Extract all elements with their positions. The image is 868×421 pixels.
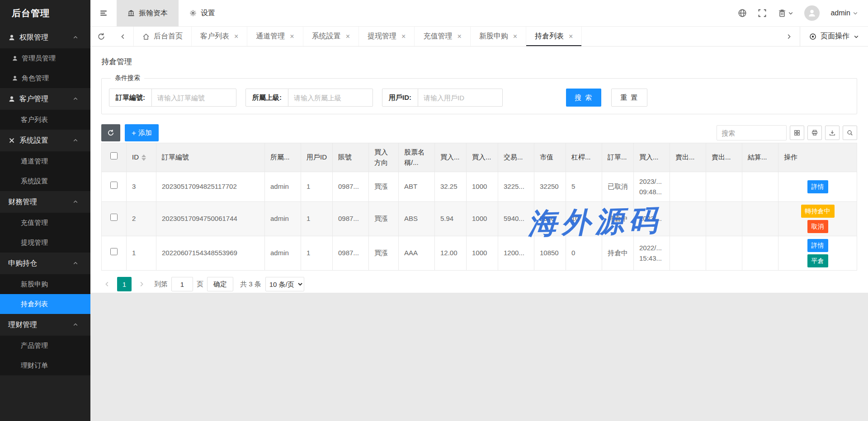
table-cell: 32.25 bbox=[435, 172, 467, 202]
next-page-button[interactable] bbox=[136, 277, 147, 291]
close-tab-icon[interactable]: × bbox=[346, 33, 350, 40]
sidebar-section-1[interactable]: 客户管理 bbox=[0, 88, 90, 110]
table-search-input[interactable] bbox=[717, 125, 787, 140]
menu-toggle-button[interactable] bbox=[90, 0, 117, 27]
goto-confirm-button[interactable]: 确定 bbox=[207, 277, 233, 291]
user-menu[interactable]: admin bbox=[830, 9, 858, 17]
op-button-平倉[interactable]: 平倉 bbox=[807, 254, 828, 267]
reset-button[interactable]: 重 置 bbox=[611, 89, 647, 107]
page-tab[interactable]: 客户列表× bbox=[192, 27, 247, 46]
topbar-tab[interactable]: 振翰资本 bbox=[117, 0, 179, 27]
sidebar-section-label: 理财管理 bbox=[8, 320, 73, 330]
sidebar-item[interactable]: 系统設置 bbox=[0, 171, 90, 191]
page-tab[interactable]: 持倉列表× bbox=[526, 27, 582, 46]
chevron-up-icon bbox=[73, 96, 78, 102]
sidebar-section-5[interactable]: 理财管理 bbox=[0, 314, 90, 336]
search-field-label: 所屬上級: bbox=[246, 89, 288, 106]
sidebar-item[interactable]: 理财订单 bbox=[0, 356, 90, 375]
page-size-select[interactable]: 10 条/页 bbox=[265, 277, 304, 291]
refresh-tabs-button[interactable] bbox=[90, 27, 112, 46]
page-tab-label: 充值管理 bbox=[423, 32, 452, 41]
page-number-button[interactable]: 1 bbox=[117, 277, 132, 291]
sidebar-item[interactable]: 持倉列表 bbox=[0, 294, 90, 314]
avatar[interactable] bbox=[804, 5, 820, 21]
page-operations-dropdown[interactable]: 页面操作 bbox=[800, 27, 868, 46]
op-button-詳情[interactable]: 詳情 bbox=[807, 239, 828, 252]
close-tab-icon[interactable]: × bbox=[234, 33, 238, 40]
chevron-left-icon bbox=[120, 33, 126, 40]
page-tab[interactable]: 系统設置× bbox=[303, 27, 359, 46]
prev-page-button[interactable] bbox=[101, 277, 113, 291]
search-field-input[interactable] bbox=[418, 89, 502, 106]
sort-toggle[interactable] bbox=[142, 154, 146, 161]
sidebar: 后台管理 权限管理管理员管理角色管理客户管理客户列表系统設置通道管理系统設置财務… bbox=[0, 0, 90, 421]
sidebar-item-label: 通道管理 bbox=[21, 157, 48, 166]
sidebar-item[interactable]: 通道管理 bbox=[0, 151, 90, 171]
sidebar-item[interactable]: 角色管理 bbox=[0, 68, 90, 88]
row-checkbox[interactable] bbox=[110, 248, 118, 255]
sidebar-item[interactable]: 客户列表 bbox=[0, 110, 90, 130]
sidebar-item[interactable]: 充值管理 bbox=[0, 213, 90, 233]
close-tab-icon[interactable]: × bbox=[513, 33, 517, 40]
column-header: 杠桿... bbox=[566, 143, 602, 172]
table-cell: 20230517094750061744 bbox=[156, 202, 265, 236]
table-cell: 1 bbox=[301, 202, 333, 236]
row-checkbox[interactable] bbox=[110, 214, 118, 221]
table-cell bbox=[670, 236, 706, 271]
topbar-tab[interactable]: 设置 bbox=[179, 0, 226, 27]
goto-page-input[interactable] bbox=[171, 277, 193, 291]
op-button-取消[interactable]: 取消 bbox=[807, 220, 828, 233]
close-tab-icon[interactable]: × bbox=[290, 33, 294, 40]
sidebar-submenu: 新股申购持倉列表 bbox=[0, 274, 90, 314]
clear-cache-button[interactable] bbox=[778, 9, 793, 18]
sidebar-item[interactable]: 提现管理 bbox=[0, 233, 90, 253]
topbar-tab-label: 振翰资本 bbox=[139, 9, 168, 18]
page-tab[interactable]: 新股申购× bbox=[471, 27, 526, 46]
search-field-input[interactable] bbox=[152, 89, 236, 106]
export-button[interactable] bbox=[825, 126, 840, 140]
tabbar: 后台首页客户列表×通道管理×系统設置×提现管理×充值管理×新股申购×持倉列表× … bbox=[90, 27, 868, 47]
search-zoom-button[interactable] bbox=[843, 126, 857, 140]
page-tab[interactable]: 通道管理× bbox=[247, 27, 303, 46]
user-icon bbox=[8, 34, 15, 41]
search-button[interactable]: 搜 索 bbox=[566, 89, 601, 107]
scroll-tabs-left-button[interactable] bbox=[112, 27, 134, 46]
column-header: 操作 bbox=[778, 143, 857, 172]
table-cell: 10 bbox=[566, 202, 602, 236]
table-row: 120220607154348553969admin10987...買漲AAA1… bbox=[102, 236, 857, 271]
print-button[interactable] bbox=[807, 126, 822, 140]
op-button-轉持倉中[interactable]: 轉持倉中 bbox=[801, 205, 835, 218]
page-tab[interactable]: 后台首页 bbox=[134, 27, 192, 46]
sidebar-item[interactable]: 产品管理 bbox=[0, 336, 90, 356]
sidebar-section-2[interactable]: 系统設置 bbox=[0, 130, 90, 151]
select-all-checkbox[interactable] bbox=[110, 152, 118, 159]
main-area: 振翰资本设置 admin bbox=[90, 0, 868, 293]
table-cell: 0987... bbox=[333, 202, 369, 236]
hamburger-icon bbox=[99, 9, 108, 17]
search-field-input[interactable] bbox=[288, 89, 373, 106]
sidebar-section-0[interactable]: 权限管理 bbox=[0, 27, 90, 48]
op-button-詳情[interactable]: 詳情 bbox=[807, 180, 828, 193]
column-header: 股票名稱/... bbox=[399, 143, 435, 172]
refresh-table-button[interactable] bbox=[101, 124, 120, 141]
sidebar-item-label: 持倉列表 bbox=[21, 300, 48, 309]
language-button[interactable] bbox=[738, 9, 747, 18]
sidebar-item[interactable]: 新股申购 bbox=[0, 274, 90, 294]
table-cell: 2023/... 09:48... bbox=[634, 172, 670, 202]
page-tab-label: 提现管理 bbox=[368, 32, 396, 41]
page-tab[interactable]: 充值管理× bbox=[415, 27, 470, 46]
close-tab-icon[interactable]: × bbox=[569, 33, 573, 40]
page-tab[interactable]: 提现管理× bbox=[359, 27, 415, 46]
page-operations-label: 页面操作 bbox=[821, 32, 849, 41]
fullscreen-button[interactable] bbox=[758, 9, 767, 18]
sidebar-section-4[interactable]: 申购持仓 bbox=[0, 253, 90, 274]
table-cell bbox=[670, 202, 706, 236]
columns-toggle-button[interactable] bbox=[790, 126, 804, 140]
scroll-tabs-right-button[interactable] bbox=[778, 27, 800, 46]
row-checkbox[interactable] bbox=[110, 182, 118, 189]
close-tab-icon[interactable]: × bbox=[457, 33, 461, 40]
close-tab-icon[interactable]: × bbox=[401, 33, 406, 40]
sidebar-item[interactable]: 管理员管理 bbox=[0, 48, 90, 68]
sidebar-section-3[interactable]: 财務管理 bbox=[0, 191, 90, 213]
add-button[interactable]: + 添加 bbox=[125, 124, 159, 141]
